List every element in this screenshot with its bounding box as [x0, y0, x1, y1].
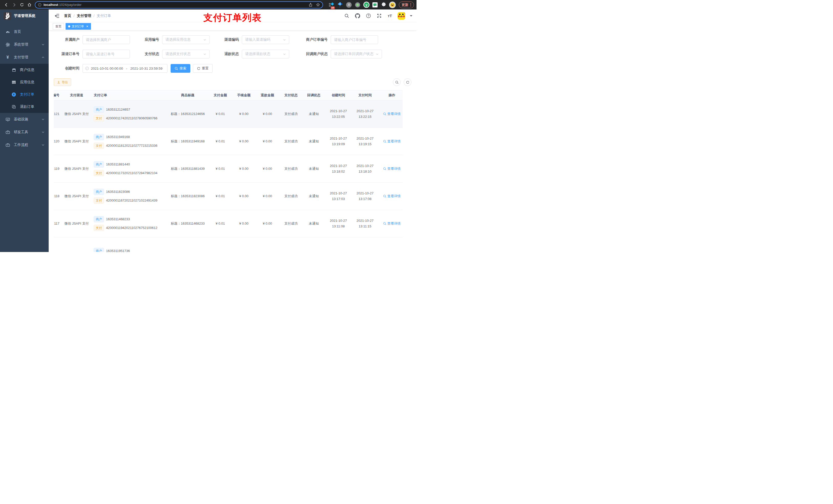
search-icon[interactable]	[344, 13, 350, 19]
extension-vue-icon[interactable]: y	[363, 2, 370, 8]
sidebar-item-home[interactable]: 首页	[0, 25, 49, 38]
filter-pay-status: 支付状态 请选择支付状态	[138, 50, 210, 58]
yen-icon: ¥	[5, 55, 10, 60]
search-button[interactable]: 搜索	[171, 64, 190, 73]
cell-paid: 2021-10-2713:17:08	[352, 190, 378, 202]
filter-merchant-order-no: 商户订单编号	[297, 35, 378, 44]
cell-channel: 微信 JSAPI 支付	[61, 193, 92, 200]
cell-refund: ¥ 0.00	[256, 111, 279, 118]
channel-code-select[interactable]: 请输入渠道编码	[242, 35, 289, 44]
chevron-down-icon	[42, 143, 45, 146]
share-icon[interactable]	[309, 3, 312, 7]
view-detail-link[interactable]: 查看详情	[383, 112, 401, 117]
cell-title: 标题：1635311468233	[167, 220, 209, 227]
user-avatar[interactable]	[398, 12, 405, 20]
extension-command-icon[interactable]: ⌘	[346, 2, 352, 8]
address-bar[interactable]: localhost:1024/pay/order	[35, 1, 323, 8]
browser-menu-icon[interactable]	[410, 3, 411, 6]
sidebar-item-merchant-info[interactable]: 商户信息	[0, 64, 49, 76]
extension-diamond-icon[interactable]: 10	[328, 2, 335, 8]
view-detail-link[interactable]: 查看详情	[383, 166, 401, 171]
sidebar-item-label: 首页	[14, 29, 45, 34]
fullscreen-icon[interactable]	[376, 13, 382, 19]
font-size-icon[interactable]: ᴛT	[387, 13, 393, 19]
app-logo[interactable]: 芋道管理系统	[0, 9, 49, 22]
toggle-search-button[interactable]	[393, 78, 401, 86]
merchant-tag: 商户	[94, 216, 104, 222]
bookmark-star-icon[interactable]	[316, 3, 320, 7]
active-dot	[68, 25, 70, 27]
sidebar-item-label: 工作流程	[14, 143, 42, 147]
sidebar-item-workflow[interactable]: 工作流程	[0, 139, 49, 151]
cell-amount: ¥ 0.01	[209, 165, 232, 172]
view-detail-link[interactable]: 查看详情	[383, 194, 401, 199]
view-detail-link[interactable]: 查看详情	[383, 139, 401, 144]
notify-status-select[interactable]: 请选择订单回调商户状态	[331, 50, 382, 58]
app-select[interactable]: 请选择应用信息	[162, 35, 210, 44]
merchant-input[interactable]	[86, 38, 126, 42]
storefront-icon	[11, 68, 16, 72]
breadcrumb-home[interactable]: 首页	[64, 14, 71, 18]
chevron-down-icon	[204, 39, 206, 41]
close-icon[interactable]: ✕	[86, 25, 88, 28]
sidebar: 芋道管理系统 首页 系统管理 ¥ 支付管理	[0, 9, 49, 252]
browser-reload-icon[interactable]	[18, 1, 26, 8]
cell-amount: ¥ 0.01	[209, 193, 232, 200]
col-id: 编号	[54, 92, 61, 99]
profile-avatar[interactable]	[389, 2, 396, 8]
cell-title: 标题：1635312124656	[167, 111, 209, 118]
browser-forward-icon[interactable]	[10, 1, 18, 8]
caret-down-icon[interactable]	[410, 15, 412, 17]
extension-kite-icon[interactable]	[337, 2, 343, 8]
cell-paid: 2021-10-2713:22:15	[352, 107, 378, 120]
cell-notify: 未通知	[303, 165, 325, 172]
cell-channel: 微信 JSAPI 支付	[61, 165, 92, 172]
filter-label: 商户订单编号	[297, 38, 331, 42]
svg-text:¥: ¥	[13, 93, 15, 96]
sidebar-item-system[interactable]: 系统管理	[0, 38, 49, 51]
briefcase-icon	[5, 143, 10, 147]
view-detail-link[interactable]: 查看详情	[383, 221, 401, 226]
sidebar-item-pay-order[interactable]: ¥ 支付订单	[0, 88, 49, 101]
refresh-table-button[interactable]	[404, 78, 411, 86]
merchant-tag: 商户	[94, 134, 104, 140]
update-label: 更新	[402, 3, 408, 7]
col-channel: 支付渠道	[61, 92, 92, 99]
date-range-input[interactable]: 2021-10-01 00:00:00 - 2021-10-31 23:59:5…	[82, 64, 168, 73]
sidebar-item-pay[interactable]: ¥ 支付管理	[0, 51, 49, 64]
magnifier-icon	[383, 140, 386, 143]
pay-status-select[interactable]: 请选择支付状态	[162, 50, 210, 58]
extension-chat-icon[interactable]	[372, 2, 378, 8]
tag-home[interactable]: 首页	[53, 23, 64, 30]
export-button[interactable]: 导出	[54, 78, 71, 86]
browser-update-button[interactable]: 更新	[399, 2, 414, 8]
help-icon[interactable]	[365, 13, 372, 19]
browser-home-icon[interactable]	[26, 1, 33, 8]
cell-channel: 微信 JSAPI 支付	[61, 111, 92, 118]
sidebar-item-devtools[interactable]: 研发工具	[0, 126, 49, 139]
extensions-puzzle-icon[interactable]	[380, 2, 387, 8]
extension-record-icon[interactable]	[354, 2, 361, 8]
sidebar-collapse-icon[interactable]	[53, 11, 62, 20]
browser-back-icon[interactable]	[3, 1, 10, 8]
cell-channel	[61, 250, 92, 252]
sidebar-item-label: 支付管理	[14, 55, 42, 60]
breadcrumb-pay[interactable]: 支付管理	[77, 14, 91, 18]
cell-id	[54, 250, 61, 252]
table-row: 120 微信 JSAPI 支付 商户1635311949168 支付420000…	[54, 128, 403, 155]
merchant-order-no-input[interactable]	[334, 38, 375, 42]
sidebar-item-app-info[interactable]: 应用信息	[0, 76, 49, 88]
cell-title: 标题：1635311823086	[167, 193, 209, 200]
reset-button[interactable]: 重置	[193, 64, 213, 73]
cell-status: 支付成功	[279, 193, 303, 200]
cell-id: 121	[54, 111, 61, 118]
channel-order-no-input[interactable]	[86, 52, 126, 56]
github-icon[interactable]	[355, 13, 361, 19]
refund-status-select[interactable]: 请选择退款状态	[242, 50, 289, 58]
cell-title: 标题：1635311881439	[167, 165, 209, 172]
sidebar-item-refund-order[interactable]: 退款订单	[0, 101, 49, 113]
col-actions: 操作	[378, 92, 406, 99]
sidebar-item-infra[interactable]: 基础设施	[0, 113, 49, 126]
cell-pay-order: 商户1635311468233 支付4200001194202110276752…	[92, 215, 167, 232]
tag-pay-order[interactable]: 支付订单 ✕	[66, 23, 91, 30]
